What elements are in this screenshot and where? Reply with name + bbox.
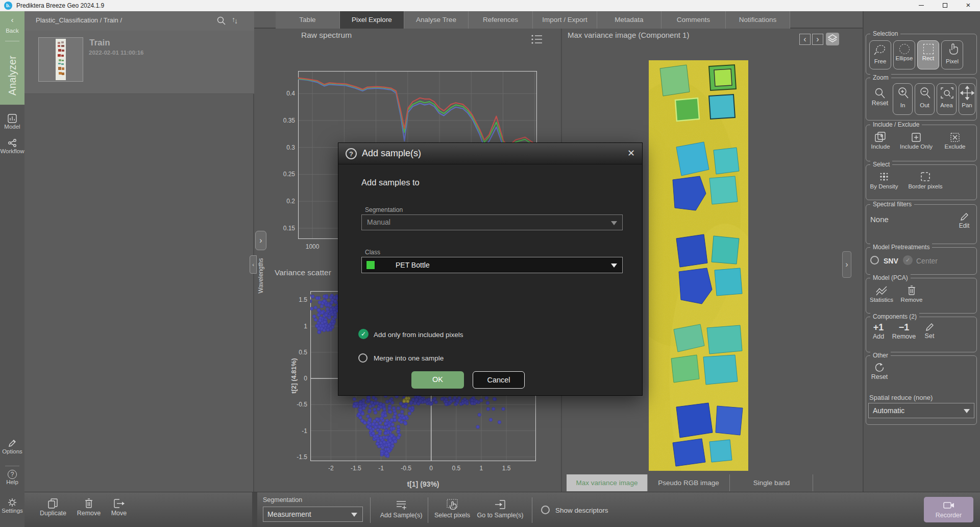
scatter-point	[353, 397, 356, 400]
image-panel-title: Max variance image (Component 1)	[568, 31, 689, 39]
scatter-point	[404, 422, 407, 425]
select-group-label: Select	[870, 161, 892, 168]
breadcrumb[interactable]: Plastic_Classification / Train /	[36, 16, 122, 24]
prev-component-button[interactable]: ‹	[799, 34, 811, 45]
maximize-button[interactable]	[933, 0, 957, 11]
dialog-segmentation-dropdown[interactable]: Manual	[361, 214, 623, 230]
tab-references[interactable]: References	[469, 11, 533, 29]
center-label: Center	[916, 257, 938, 265]
sort-icon[interactable]: ↑↓	[232, 15, 239, 23]
zoom-area-button[interactable]: Area	[937, 83, 957, 115]
collapse-panel-handle[interactable]: ‹	[250, 255, 257, 274]
merge-sample-radio[interactable]	[358, 353, 368, 363]
sidebar-item-workflow[interactable]: Workflow	[0, 138, 24, 154]
scatter-point	[330, 301, 333, 304]
sidebar-item-model[interactable]: Model	[0, 113, 24, 130]
tab-notifications[interactable]: Notifications	[726, 11, 790, 29]
settings-button[interactable]: Settings	[0, 497, 24, 514]
dialog-class-dropdown[interactable]: PET Bottle	[361, 257, 623, 273]
max-variance-image[interactable]	[649, 60, 748, 471]
remove-sample-button[interactable]: Remove	[74, 497, 104, 517]
select-pixels-button[interactable]: Select pixels	[432, 498, 473, 519]
dialog-help-icon[interactable]: ?	[346, 148, 357, 159]
include-only-button[interactable]: Include Only	[895, 131, 938, 150]
statistics-button[interactable]: Statistics	[867, 284, 896, 303]
remove-sample-label: Remove	[74, 510, 104, 517]
zoom-out-button[interactable]: Out	[915, 83, 935, 115]
move-button[interactable]: Move	[105, 497, 133, 517]
duplicate-button[interactable]: Duplicate	[37, 497, 69, 517]
minimize-button[interactable]	[910, 0, 933, 11]
cancel-button[interactable]: Cancel	[473, 371, 525, 389]
by-density-button[interactable]: By Density	[867, 170, 901, 189]
ok-button[interactable]: OK	[411, 371, 464, 389]
snv-radio[interactable]	[870, 256, 879, 265]
include-button[interactable]: Include	[867, 131, 894, 150]
tab-table[interactable]: Table	[276, 11, 340, 29]
back-chevron-icon[interactable]: ‹	[0, 15, 24, 24]
zoom-pan-button[interactable]: Pan	[959, 83, 975, 115]
scatter-point	[384, 422, 387, 425]
other-group: Other Reset Spatial reduce (none) Automa…	[866, 355, 977, 425]
scatter-point	[391, 444, 394, 447]
go-to-samples-button[interactable]: Go to Sample(s)	[474, 498, 527, 519]
tools-sidebar: Selection Free Ellipse Rect Pixel Zoom R…	[863, 11, 980, 492]
center-checkbox[interactable]: ✓	[903, 255, 913, 265]
tab-single-band[interactable]: Single band	[730, 474, 813, 491]
options-button[interactable]: Options	[0, 438, 24, 454]
show-descriptors-radio[interactable]	[541, 506, 550, 514]
set-components-button[interactable]: Set	[919, 321, 940, 340]
edit-filters-button[interactable]: Edit	[954, 211, 974, 229]
scatter-point	[379, 430, 382, 433]
pixel-select-button[interactable]: Pixel	[941, 40, 963, 69]
expand-wavelengths-handle[interactable]: ›	[255, 231, 266, 250]
close-button[interactable]: ×	[957, 0, 980, 11]
tab-comments[interactable]: Comments	[662, 11, 726, 29]
recorder-button[interactable]: Recorder	[924, 497, 973, 522]
scatter-point	[377, 408, 380, 411]
scatter-point	[367, 398, 370, 401]
next-component-button[interactable]: ›	[812, 34, 823, 45]
sample-list-item[interactable]: Train 2022-02-01 11:00:16	[24, 31, 254, 94]
border-pixels-button[interactable]: Border pixels	[903, 170, 948, 189]
include-only-icon	[910, 131, 922, 143]
add-samples-button[interactable]: Add Sample(s)	[378, 498, 425, 519]
scatter-point	[379, 436, 382, 439]
help-button[interactable]: ? Help	[0, 470, 24, 485]
reset-other-button[interactable]: Reset	[868, 362, 891, 380]
scatter-point	[359, 408, 362, 411]
scatter-point	[375, 418, 378, 421]
exclude-button[interactable]: Exclude	[939, 131, 971, 150]
add-component-button[interactable]: +1 Add	[868, 322, 889, 340]
tab-metadata[interactable]: Metadata	[597, 11, 662, 29]
free-select-button[interactable]: Free	[869, 40, 891, 69]
scatter-point	[372, 422, 375, 425]
search-icon[interactable]	[216, 16, 227, 26]
scatter-y-tick: 1.5	[288, 296, 307, 303]
included-pixels-checkbox[interactable]: ✓	[358, 329, 369, 339]
dialog-title-bar[interactable]: ? Add sample(s) ✕	[338, 143, 642, 164]
tab-pseudo-rgb-image[interactable]: Pseudo RGB image	[647, 474, 730, 491]
expand-sidebar-handle[interactable]: ›	[842, 251, 851, 278]
tab-max-variance-image[interactable]: Max variance image	[567, 474, 647, 491]
zoom-reset-button[interactable]: Reset	[868, 87, 892, 107]
dialog-title: Add sample(s)	[362, 148, 421, 159]
remove-model-button[interactable]: Remove	[897, 284, 926, 303]
tab-pixel-explore[interactable]: Pixel Explore	[340, 11, 404, 29]
tab-analyse-tree[interactable]: Analyse Tree	[404, 11, 469, 29]
spatial-reduce-dropdown[interactable]: Automatic	[868, 403, 974, 418]
legend-icon[interactable]	[531, 34, 543, 45]
tab-import-export[interactable]: Import / Export	[533, 11, 597, 29]
scatter-point	[486, 408, 489, 411]
scatter-point	[353, 404, 356, 408]
zoom-in-button[interactable]: In	[893, 83, 913, 115]
scatter-point	[394, 418, 397, 421]
rect-select-button[interactable]: Rect	[917, 40, 939, 69]
back-button[interactable]: Back	[0, 28, 24, 34]
layers-button[interactable]	[826, 33, 839, 45]
segmentation-dropdown[interactable]: Measurement	[263, 507, 363, 522]
scatter-point	[486, 401, 489, 404]
dialog-close-icon[interactable]: ✕	[627, 148, 635, 159]
remove-component-button[interactable]: −1 Remove	[890, 322, 918, 340]
ellipse-select-button[interactable]: Ellipse	[893, 40, 915, 69]
